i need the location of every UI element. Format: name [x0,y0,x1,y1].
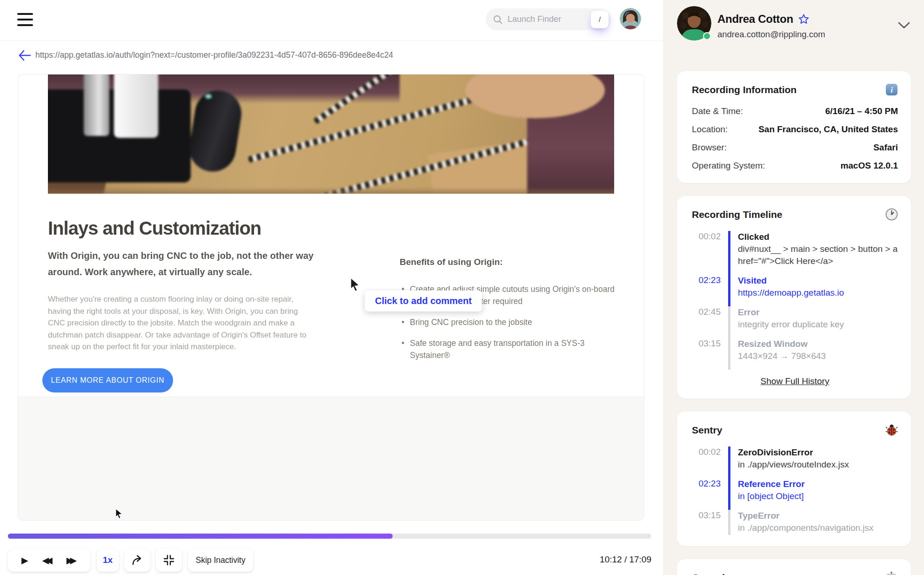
page-heading: Inlays and Customization [48,218,261,239]
robot-icon [885,571,898,575]
top-bar: / [0,0,663,41]
fast-forward-icon[interactable]: ▶▶ [67,555,77,566]
timeline-event[interactable]: 02:23 Visitedhttps://demoapp.getatlas.io [692,275,898,306]
search-input[interactable] [508,14,591,24]
sentry-event[interactable]: 03:15 TypeErrorin ./app/components/navig… [692,510,898,535]
learn-more-button[interactable]: LEARN MORE ABOUT ORIGIN [42,368,173,392]
recording-information-panel: Recording Information i Date & Time:6/16… [677,71,911,183]
user-name: Andrea Cotton [717,13,793,26]
sidebar: Andrea Cotton andrea.cotton@rippling.com… [663,0,924,575]
info-icon: i [885,83,898,96]
star-icon[interactable] [798,14,810,25]
timeline-event[interactable]: 00:02 Clickeddiv#nuxt__ > main > section… [692,231,898,275]
panel-title: Sentry [692,425,722,436]
page-intro-body: Whether you're creating a custom floorin… [48,293,315,353]
main-area: / https://app.getatlas.io/auth/login?nex… [0,0,663,575]
topbar-user-avatar[interactable] [620,8,641,29]
panel-title: Console [692,572,730,575]
clock-icon [885,208,898,221]
info-row: Browser:Safari [692,142,898,153]
sentry-event[interactable]: 00:02 ZeroDivisionErrorin ./app/views/ro… [692,446,898,478]
search-shortcut-key: / [591,11,609,28]
page-lower-section: WORKSTΔTION [18,397,644,521]
bug-icon [885,424,898,436]
benefits-title: Benefits of using Origin: [400,257,503,267]
online-status-dot [703,32,711,40]
sentry-event[interactable]: 02:23 Reference Errorin [object Object] [692,478,898,510]
rewind-icon[interactable]: ◀◀ [42,555,53,566]
chevron-down-icon[interactable] [898,22,910,29]
play-icon[interactable]: ▶ [21,555,28,566]
recorded-cursor-small [115,508,124,519]
replay-photo [48,74,614,194]
playback-speed-button[interactable]: 1x [97,548,119,572]
search-icon [493,14,503,25]
info-row: Location:San Francisco, CA, United State… [692,124,898,135]
svg-text:i: i [891,86,893,95]
search-bar[interactable]: / [486,8,611,30]
share-forward-icon[interactable] [124,548,150,572]
replay-url: https://app.getatlas.io/auth/login?next=… [35,50,393,60]
transport-controls: ▶ ◀◀ ▶▶ [8,548,90,572]
recording-timeline-panel: Recording Timeline 00:02 Clickeddiv#nuxt… [677,196,911,399]
benefit-item: Bring CNC precision to the jobsite [401,316,627,328]
back-arrow-icon[interactable] [18,49,32,61]
playback-time-display: 10:12 / 17:09 [596,555,651,565]
sentry-panel: Sentry 00:02 ZeroDivisionErrorin ./app/v… [677,412,911,546]
replay-viewport: Inlays and Customization With Origin, yo… [18,74,644,521]
timeline-event[interactable]: 03:15 Resized Window1443×924 → 798×643 [692,338,898,370]
show-full-history-link[interactable]: Show Full History [761,376,830,386]
collapse-icon[interactable] [156,548,182,572]
replay-url-row: https://app.getatlas.io/auth/login?next=… [0,47,663,66]
skip-inactivity-button[interactable]: Skip Inactivity [188,548,253,572]
panel-title: Recording Information [692,84,797,95]
user-email: andrea.cotton@rippling.com [717,29,825,40]
console-panel: Console [677,559,911,575]
playback-progress-bar[interactable] [8,534,651,539]
timeline-event[interactable]: 02:45 Errorintegrity error duplicate key [692,306,898,338]
progress-fill [8,534,393,539]
hamburger-menu-icon[interactable] [17,13,33,26]
sidebar-user-header: Andrea Cotton andrea.cotton@rippling.com [677,6,911,48]
recorded-cursor [349,277,362,291]
page-intro-bold: With Origin, you can bring CNC to the jo… [48,248,331,280]
session-replay-app: / https://app.getatlas.io/auth/login?nex… [0,0,924,575]
info-row: Operating System:macOS 12.0.1 [692,161,898,171]
add-comment-tooltip[interactable]: Click to add comment [365,291,482,311]
benefit-item: Safe storage and easy transportation in … [401,337,627,361]
panel-title: Recording Timeline [692,209,783,220]
info-row: Date & Time:6/16/21 – 4:50 PM [692,106,898,116]
